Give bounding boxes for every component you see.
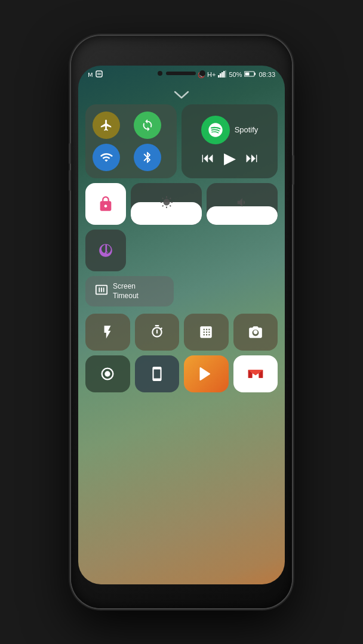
volume-slider[interactable] [207,183,278,225]
controls-row [85,183,278,271]
svg-rect-3 [218,75,220,78]
status-right: 🔇 H+ 50% 08:33 [198,70,275,79]
left-controls [85,183,126,271]
svg-rect-9 [254,73,256,75]
status-bar: 𝖬 🔇 H+ 50% 08:33 [78,66,285,83]
control-panel: Spotify ⏮ ▶ ⏭ [85,104,278,566]
phone-screen: 𝖬 🔇 H+ 50% 08:33 [78,66,285,584]
collapse-chevron[interactable] [173,89,190,103]
gmail-button[interactable] [233,355,278,392]
spotify-label: Spotify [235,125,259,134]
main-apps-row [85,355,278,392]
spotify-controls: ⏮ ▶ ⏭ [201,149,259,168]
spotify-next-button[interactable]: ⏭ [245,150,259,166]
record-button[interactable] [85,355,130,392]
toggles-row: Spotify ⏮ ▶ ⏭ [85,104,278,178]
screen-lock-button[interactable] [85,183,126,225]
spotify-prev-button[interactable]: ⏮ [201,150,214,166]
quick-toggles-group [85,104,177,178]
battery-icon [244,70,256,79]
spotify-play-button[interactable]: ▶ [224,149,236,168]
bluetooth-button[interactable] [134,144,161,171]
battery-percent-text: 50% [229,71,242,78]
signal-wave-icon: 𝖬 [88,72,93,78]
spotify-widget: Spotify ⏮ ▶ ⏭ [182,104,278,178]
airplane-mode-button[interactable] [93,112,120,139]
volume-icon [236,196,249,212]
screen-timeout-row: Screen Timeout [85,276,278,306]
play-store-button[interactable] [184,355,229,392]
svg-rect-7 [225,70,226,78]
sim-icon [96,70,103,79]
wifi-button[interactable] [93,144,120,171]
time-text: 08:33 [259,71,275,78]
svg-rect-4 [220,73,222,78]
spotify-logo [201,116,230,144]
network-type-text: H+ [207,71,216,78]
flashlight-button[interactable] [85,314,130,351]
proximity-sensor [158,71,162,76]
screen-timeout-button[interactable]: Screen Timeout [85,276,174,306]
utility-apps-row [85,314,278,351]
power-button[interactable] [292,155,294,185]
svg-rect-6 [223,71,225,78]
calculator-button[interactable] [184,314,229,351]
volume-down-button[interactable] [69,170,71,191]
screen-mirror-button[interactable] [135,355,180,392]
camera-button[interactable] [233,314,278,351]
do-not-disturb-button[interactable] [85,230,126,271]
timer-button[interactable] [135,314,180,351]
screen-timeout-label: Screen Timeout [113,282,139,301]
brightness-icon [160,196,173,212]
earpiece-speaker [166,72,196,75]
screen-timeout-icon [95,283,108,299]
volume-up-button[interactable] [69,143,71,164]
svg-rect-0 [96,71,102,77]
svg-rect-10 [245,73,250,76]
svg-point-12 [105,371,110,377]
svg-rect-5 [222,72,223,78]
auto-rotate-button[interactable] [134,112,161,139]
top-notch [158,70,205,76]
front-camera [199,70,205,76]
brightness-slider[interactable] [131,183,202,225]
signal-bars-icon [218,70,226,79]
phone-device: 𝖬 🔇 H+ 50% 08:33 [71,36,292,608]
status-left: 𝖬 [88,70,103,79]
